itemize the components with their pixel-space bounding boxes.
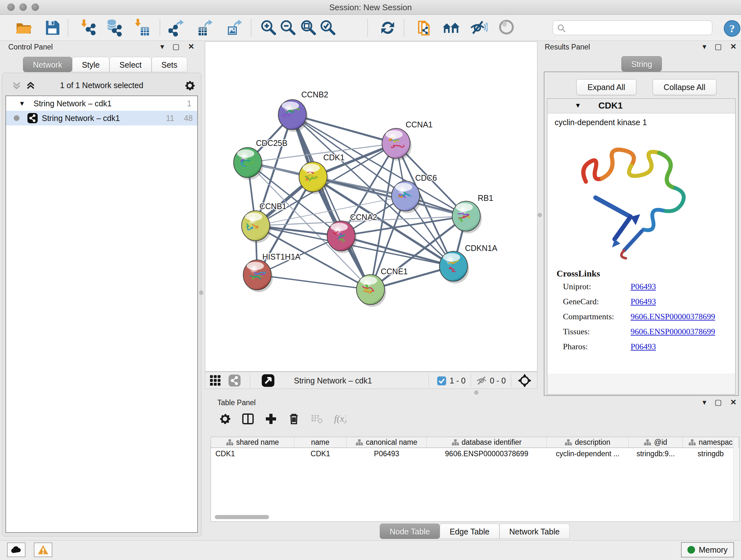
string-network-icon bbox=[27, 113, 38, 124]
column-type-icon bbox=[226, 439, 233, 446]
crosslink-link[interactable]: 9606.ENSP00000378699 bbox=[630, 312, 715, 321]
zoom-in-icon[interactable] bbox=[260, 19, 278, 37]
search-input[interactable] bbox=[568, 22, 709, 34]
node-CCNE1[interactable]: CCNE1 bbox=[356, 267, 408, 307]
tab-style[interactable]: Style bbox=[72, 57, 110, 72]
title-bar: Session: New Session bbox=[0, 0, 741, 15]
node-CDC25B[interactable]: CDC25B bbox=[233, 138, 287, 180]
node-CCNA1[interactable]: CCNA1 bbox=[382, 120, 433, 161]
node-label-RB1: RB1 bbox=[478, 193, 493, 202]
bottom-splitter-handle[interactable] bbox=[474, 390, 478, 395]
column-header-name[interactable]: name bbox=[294, 437, 347, 448]
memory-status-dot bbox=[687, 546, 695, 554]
show-all-icon[interactable] bbox=[498, 19, 516, 37]
crosslink-link[interactable]: P06493 bbox=[630, 342, 656, 352]
export-table-icon[interactable] bbox=[196, 19, 214, 37]
crosslink-link[interactable]: P06493 bbox=[630, 282, 656, 292]
panel-close-icon[interactable]: ✕ bbox=[730, 42, 737, 51]
delete-column-icon[interactable] bbox=[287, 413, 300, 425]
cell-canonical-name: P06493 bbox=[347, 448, 427, 459]
toolbar-search[interactable] bbox=[553, 20, 712, 35]
hide-selected-icon[interactable] bbox=[470, 19, 488, 37]
panel-menu-icon[interactable]: ▾ bbox=[702, 42, 706, 51]
fit-content-icon[interactable] bbox=[517, 373, 532, 388]
right-splitter-handle[interactable] bbox=[538, 213, 542, 217]
network-row[interactable]: String Network – cdk1 11 48 bbox=[6, 111, 197, 125]
column-header-database-identifier[interactable]: database identifier bbox=[427, 437, 547, 448]
entry-collapse-icon[interactable]: ▼ bbox=[575, 102, 581, 109]
crosslink-row: Pharos: P06493 bbox=[548, 342, 735, 357]
warning-button[interactable] bbox=[34, 543, 52, 557]
panel-close-icon[interactable]: ✕ bbox=[730, 398, 737, 407]
gene-entry-header[interactable]: ▼ CDK1 bbox=[547, 99, 735, 113]
open-session-icon[interactable] bbox=[15, 19, 32, 37]
node-label-CCNA1: CCNA1 bbox=[406, 120, 433, 129]
panel-menu-icon[interactable]: ▾ bbox=[702, 398, 706, 407]
cell-description: cyclin-dependent ... bbox=[547, 448, 629, 459]
network-collection-row[interactable]: ▼ String Network – cdk1 1 bbox=[6, 96, 197, 111]
panel-float-icon[interactable]: ▢ bbox=[715, 42, 722, 51]
zoom-selected-icon[interactable] bbox=[319, 19, 337, 37]
panel-close-icon[interactable]: ✕ bbox=[188, 42, 194, 51]
settings-icon[interactable] bbox=[219, 413, 231, 425]
import-table-icon[interactable] bbox=[133, 19, 151, 37]
column-header-shared-name[interactable]: shared name bbox=[211, 437, 294, 448]
network-thumbnail-icon[interactable] bbox=[228, 374, 241, 387]
table-vertical-scrollbar[interactable] bbox=[733, 437, 738, 521]
import-database-icon[interactable] bbox=[105, 19, 123, 37]
zoom-out-icon[interactable] bbox=[279, 19, 297, 37]
import-network-icon[interactable] bbox=[80, 19, 98, 37]
crosslink-link[interactable]: P06493 bbox=[630, 297, 656, 307]
tree-expand-icon[interactable]: ▼ bbox=[19, 100, 25, 107]
refresh-icon[interactable] bbox=[379, 19, 397, 37]
expand-all-button[interactable]: Expand All bbox=[576, 79, 636, 95]
table-panel: Table Panel ▾ ▢ ✕ f(x) shared namename c… bbox=[209, 397, 741, 539]
annotation-mode-icon[interactable] bbox=[261, 374, 275, 387]
string-home-icon[interactable] bbox=[442, 19, 460, 37]
export-network-icon[interactable] bbox=[169, 19, 186, 37]
memory-button[interactable]: Memory bbox=[681, 542, 734, 557]
tab-string[interactable]: String bbox=[621, 56, 662, 71]
table-row[interactable]: CDK1CDK1P064939606.ENSP00000378699cyclin… bbox=[211, 448, 739, 459]
birds-eye-view-icon[interactable] bbox=[209, 374, 222, 387]
node-label-CCNA2: CCNA2 bbox=[350, 212, 377, 222]
cloud-status-button[interactable] bbox=[7, 543, 25, 557]
network-canvas[interactable]: CCNB2 CCNA1 CDC25B CDK1 CDC6 bbox=[205, 42, 537, 372]
panel-float-icon[interactable]: ▢ bbox=[172, 42, 180, 51]
tab-node-table[interactable]: Node Table bbox=[380, 523, 440, 539]
warning-icon bbox=[37, 545, 49, 555]
show-columns-icon[interactable] bbox=[242, 413, 254, 425]
help-icon[interactable]: ? bbox=[723, 19, 741, 37]
collapse-all-button[interactable]: Collapse All bbox=[653, 79, 717, 95]
collection-count: 1 bbox=[187, 99, 192, 108]
node-CDKN1A[interactable]: CDKN1A bbox=[440, 244, 497, 284]
network-selector-row: 1 of 1 Network selected bbox=[5, 77, 198, 94]
column-header-canonical-name[interactable]: canonical name bbox=[347, 437, 427, 448]
add-column-icon[interactable] bbox=[265, 413, 277, 425]
column-header-namespac[interactable]: namespac bbox=[683, 437, 739, 448]
selected-checkbox-icon[interactable] bbox=[437, 376, 447, 386]
crosslink-link[interactable]: 9606.ENSP00000378699 bbox=[630, 327, 715, 336]
clone-network-icon[interactable] bbox=[415, 19, 433, 37]
crosslinks-heading: CrossLinks bbox=[556, 268, 600, 279]
zoom-fit-icon[interactable] bbox=[300, 19, 318, 37]
column-header-description[interactable]: description bbox=[547, 437, 629, 448]
tab-sets[interactable]: Sets bbox=[151, 57, 187, 72]
save-session-icon[interactable] bbox=[44, 19, 61, 37]
node-HIST1H1A[interactable]: HIST1H1A bbox=[243, 252, 300, 292]
gear-icon[interactable] bbox=[184, 79, 196, 91]
node-label-HIST1H1A: HIST1H1A bbox=[262, 252, 300, 261]
tab-select[interactable]: Select bbox=[110, 57, 151, 72]
column-header-@id[interactable]: @id bbox=[629, 437, 683, 448]
node-CCNB2[interactable]: CCNB2 bbox=[278, 90, 328, 132]
tab-network[interactable]: Network bbox=[23, 57, 72, 72]
edge-HIST1H1A-CCNE1 bbox=[257, 275, 370, 290]
left-splitter-handle[interactable] bbox=[199, 291, 203, 295]
tab-edge-table[interactable]: Edge Table bbox=[440, 523, 499, 539]
export-image-icon[interactable] bbox=[225, 19, 243, 37]
tab-network-table[interactable]: Network Table bbox=[499, 523, 569, 539]
table-horizontal-scrollbar[interactable] bbox=[215, 515, 269, 519]
node-RB1[interactable]: RB1 bbox=[452, 193, 493, 233]
panel-menu-icon[interactable]: ▾ bbox=[160, 42, 164, 51]
panel-float-icon[interactable]: ▢ bbox=[715, 398, 722, 407]
